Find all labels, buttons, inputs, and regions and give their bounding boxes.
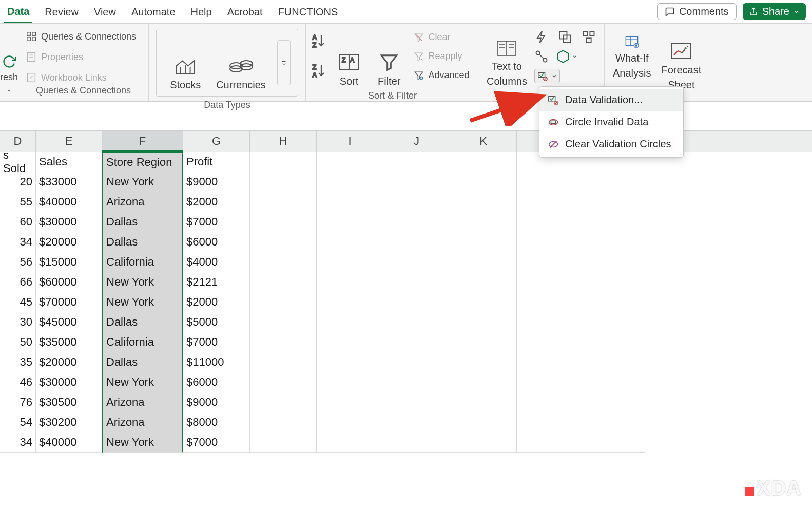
cell[interactable] (517, 232, 645, 252)
cell[interactable]: $4000 (183, 252, 250, 272)
cell[interactable] (317, 172, 383, 192)
cell[interactable] (317, 212, 383, 232)
cell[interactable] (450, 312, 517, 332)
col-header-J[interactable]: J (383, 131, 450, 152)
cell[interactable] (317, 152, 383, 172)
cell[interactable]: $6000 (183, 372, 250, 392)
cell[interactable]: Dallas (102, 232, 183, 252)
relationships-icon[interactable] (534, 49, 549, 64)
cell[interactable]: $45000 (36, 312, 102, 332)
cell[interactable] (450, 412, 517, 432)
cell[interactable]: $30000 (36, 212, 102, 232)
cell[interactable] (317, 232, 383, 252)
tab-acrobat[interactable]: Acrobat (224, 1, 266, 22)
cell[interactable]: $33000 (36, 172, 102, 192)
cell[interactable]: $2000 (183, 292, 250, 312)
cell[interactable]: $15000 (36, 252, 102, 272)
cell[interactable]: California (102, 332, 183, 352)
cell[interactable]: 45 (0, 292, 36, 312)
cell[interactable] (250, 392, 317, 412)
cell[interactable] (383, 252, 450, 272)
cell[interactable] (250, 352, 317, 372)
cell[interactable]: $60000 (36, 272, 102, 292)
cell[interactable] (250, 252, 317, 272)
cell[interactable]: $11000 (183, 352, 250, 372)
cell[interactable] (383, 392, 450, 412)
table-row[interactable]: 60$30000Dallas$7000 (0, 212, 812, 232)
cell[interactable]: 50 (0, 332, 36, 352)
data-model-button[interactable] (556, 49, 577, 64)
cell[interactable]: California (102, 252, 183, 272)
tab-functions[interactable]: FUNCTIONS (275, 1, 341, 22)
cell[interactable] (517, 392, 645, 412)
cell[interactable] (317, 372, 383, 392)
tab-automate[interactable]: Automate (128, 1, 179, 22)
cell[interactable] (450, 332, 517, 352)
cell[interactable] (250, 432, 317, 453)
cell[interactable]: $2000 (183, 192, 250, 212)
cell[interactable] (450, 212, 517, 232)
cell[interactable] (450, 352, 517, 372)
table-row[interactable]: 30$45000Dallas$5000 (0, 312, 812, 332)
table-row[interactable]: 34$20000Dallas$6000 (0, 232, 812, 252)
cell[interactable]: $30000 (36, 372, 102, 392)
cell[interactable] (517, 172, 645, 192)
cell[interactable]: New York (102, 272, 183, 292)
cell[interactable]: $8000 (183, 412, 250, 432)
col-header-I[interactable]: I (317, 131, 383, 152)
currencies-datatype-button[interactable]: Currencies (210, 32, 272, 93)
cell[interactable] (383, 372, 450, 392)
refresh-all-button[interactable]: resh ⌄ (0, 32, 18, 93)
cell[interactable] (383, 332, 450, 352)
flash-fill-icon[interactable] (534, 30, 549, 44)
table-row[interactable]: 34$40000New York$7000 (0, 432, 812, 453)
cell[interactable]: 66 (0, 272, 36, 292)
cell[interactable] (450, 172, 517, 192)
cell[interactable] (450, 292, 517, 312)
cell[interactable]: Arizona (102, 392, 183, 412)
cell[interactable] (517, 252, 645, 272)
col-header-K[interactable]: K (450, 131, 517, 152)
sort-button[interactable]: ZA Sort (332, 29, 366, 89)
cell[interactable] (383, 232, 450, 252)
cell[interactable]: 35 (0, 352, 36, 372)
cell[interactable] (517, 292, 645, 312)
workbook-links-button[interactable]: Workbook Links (24, 71, 109, 84)
table-row[interactable]: 50$35000California$7000 (0, 332, 812, 352)
cell[interactable]: 60 (0, 212, 36, 232)
cell[interactable] (317, 432, 383, 453)
text-to-columns-button[interactable]: Text to Columns (485, 29, 529, 89)
comments-button[interactable]: Comments (657, 3, 737, 20)
cell[interactable] (450, 152, 517, 172)
consolidate-icon[interactable] (582, 30, 596, 44)
cell[interactable] (250, 192, 317, 212)
cell[interactable] (250, 292, 317, 312)
cell[interactable]: New York (102, 292, 183, 312)
cell[interactable] (517, 352, 645, 372)
cell[interactable]: Profit (183, 152, 250, 172)
cell[interactable] (317, 352, 383, 372)
reapply-button[interactable]: Reapply (412, 50, 471, 63)
share-button[interactable]: Share (743, 3, 806, 20)
cell[interactable]: $30500 (36, 392, 102, 412)
cell[interactable]: Dallas (102, 312, 183, 332)
cell[interactable]: $7000 (183, 432, 250, 453)
clear-filter-button[interactable]: Clear (412, 31, 471, 44)
cell[interactable] (450, 272, 517, 292)
cell[interactable] (250, 152, 317, 172)
cell[interactable] (250, 372, 317, 392)
cell[interactable] (317, 412, 383, 432)
cell[interactable]: 46 (0, 372, 36, 392)
cell[interactable] (383, 212, 450, 232)
cell[interactable]: $9000 (183, 172, 250, 192)
cell[interactable] (450, 392, 517, 412)
cell[interactable]: 54 (0, 412, 36, 432)
cell[interactable]: $2121 (183, 272, 250, 292)
cell[interactable]: Sales (36, 152, 102, 172)
cell[interactable]: s Sold (0, 152, 36, 172)
cell[interactable] (317, 252, 383, 272)
cell[interactable]: 20 (0, 172, 36, 192)
table-row[interactable]: 76$30500Arizona$9000 (0, 392, 812, 412)
cell[interactable]: $7000 (183, 212, 250, 232)
cell[interactable]: $6000 (183, 232, 250, 252)
